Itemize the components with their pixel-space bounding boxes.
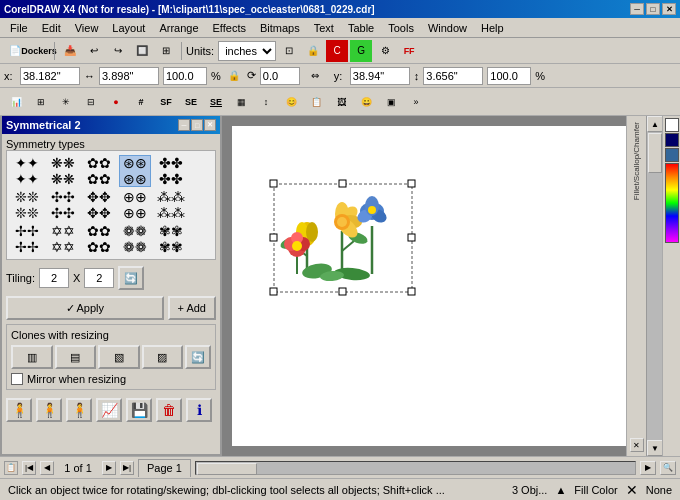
sym-type-15[interactable]: ✾✾✾✾ (155, 223, 187, 255)
vertical-scrollbar[interactable]: ▲ ▼ (646, 116, 662, 456)
mirror-checkbox[interactable] (11, 373, 23, 385)
star-btn[interactable]: ✳ (54, 90, 78, 114)
lock-aspect-button[interactable]: 🔒 (225, 67, 243, 85)
sym-type-7[interactable]: ✣✣✣✣ (47, 189, 79, 221)
scale-y-input[interactable] (487, 67, 531, 85)
sym-type-2[interactable]: ❋❋❋❋ (47, 155, 79, 187)
sym-type-1[interactable]: ✦✦✦✦ (11, 155, 43, 187)
se-btn[interactable]: SE (179, 90, 203, 114)
scroll-down-btn[interactable]: ▼ (647, 440, 662, 456)
page-1-tab[interactable]: Page 1 (138, 459, 191, 477)
ff-button[interactable]: FF (398, 40, 420, 62)
clone-btn-2[interactable]: ▤ (55, 345, 97, 369)
first-page-btn[interactable]: |◀ (22, 461, 36, 475)
grid2-btn[interactable]: ▣ (379, 90, 403, 114)
import-button[interactable]: 📥 (59, 40, 81, 62)
circle-btn[interactable]: ● (104, 90, 128, 114)
snap2-button[interactable]: ⊞ (155, 40, 177, 62)
sym-minimize-btn[interactable]: ─ (178, 119, 190, 131)
sym-type-5[interactable]: ✤✤✤✤ (155, 155, 187, 187)
menu-help[interactable]: Help (475, 20, 510, 36)
person-green2-btn[interactable]: 🧍 (36, 398, 62, 422)
sym-type-3[interactable]: ✿✿✿✿ (83, 155, 115, 187)
prev-page-btn[interactable]: ◀ (40, 461, 54, 475)
clone-btn-4[interactable]: ▨ (142, 345, 184, 369)
undo-button[interactable]: ↩ (83, 40, 105, 62)
sym-type-13[interactable]: ✿✿✿✿ (83, 223, 115, 255)
sym-type-8[interactable]: ✥✥✥✥ (83, 189, 115, 221)
nav-tab-btn[interactable]: 📋 (4, 461, 18, 475)
menu-layout[interactable]: Layout (106, 20, 151, 36)
y-input[interactable] (350, 67, 410, 85)
menu-view[interactable]: View (69, 20, 105, 36)
color-spectrum[interactable] (665, 163, 679, 243)
more-btn[interactable]: » (404, 90, 428, 114)
minimize-button[interactable]: ─ (630, 3, 644, 15)
happy-btn[interactable]: 😀 (354, 90, 378, 114)
zoom-fit-btn[interactable]: 🔍 (660, 461, 676, 475)
smiley-btn[interactable]: 😊 (279, 90, 303, 114)
sym-type-9[interactable]: ⊕⊕⊕⊕ (119, 189, 151, 221)
scroll-up-btn[interactable]: ▲ (647, 116, 662, 132)
next-page-btn[interactable]: ▶ (102, 461, 116, 475)
mid-blue-swatch[interactable] (665, 148, 679, 162)
tiling-x-input[interactable] (39, 268, 69, 288)
scroll-track-v[interactable] (647, 132, 662, 440)
scroll-thumb-v[interactable] (648, 133, 662, 173)
save-btn[interactable]: 💾 (126, 398, 152, 422)
menu-window[interactable]: Window (422, 20, 473, 36)
units-select[interactable]: inches mm cm (218, 41, 276, 61)
bar-btn[interactable]: ▦ (229, 90, 253, 114)
menu-effects[interactable]: Effects (207, 20, 252, 36)
apply-button[interactable]: ✓ Apply (6, 296, 164, 320)
sym-type-6[interactable]: ❊❊❊❊ (11, 189, 43, 221)
menu-arrange[interactable]: Arrange (153, 20, 204, 36)
sym-maximize-btn[interactable]: □ (191, 119, 203, 131)
add-button[interactable]: + Add (168, 296, 216, 320)
sym-type-11[interactable]: ✢✢✢✢ (11, 223, 43, 255)
clone-icon-btn[interactable]: 🔄 (185, 345, 211, 369)
close-button[interactable]: ✕ (662, 3, 676, 15)
clone-btn-3[interactable]: ▧ (98, 345, 140, 369)
settings-button[interactable]: ⚙ (374, 40, 396, 62)
h-scrollbar-thumb[interactable] (197, 463, 257, 475)
menu-table[interactable]: Table (342, 20, 380, 36)
snap3-button[interactable]: ⊡ (278, 40, 300, 62)
chart-btn[interactable]: 📊 (4, 90, 28, 114)
tiling-y-input[interactable] (84, 268, 114, 288)
mirror-h-button[interactable]: ⇔ (304, 65, 326, 87)
menu-tools[interactable]: Tools (382, 20, 420, 36)
sym-type-10[interactable]: ⁂⁂⁂⁂ (155, 189, 187, 221)
scale-x-input[interactable] (163, 67, 207, 85)
height-input[interactable] (423, 67, 483, 85)
pic-btn[interactable]: 🖼 (329, 90, 353, 114)
last-page-btn[interactable]: ▶| (120, 461, 134, 475)
grid-btn[interactable]: ⊞ (29, 90, 53, 114)
color1-button[interactable]: C (326, 40, 348, 62)
no-fill-swatch[interactable] (665, 118, 679, 132)
fillet-label[interactable]: Fillet/Scallop/Chamfer (632, 122, 641, 200)
x-icon[interactable]: ✕ (630, 438, 644, 452)
canvas-area[interactable]: ▲ ▼ Fillet/Scallop/Chamfer ✕ (222, 116, 662, 456)
table-btn[interactable]: ⊟ (79, 90, 103, 114)
doc-btn[interactable]: 📋 (304, 90, 328, 114)
refresh-btn[interactable]: 🔄 (118, 266, 144, 290)
snap-button[interactable]: 🔲 (131, 40, 153, 62)
scroll-right-btn[interactable]: ▶ (640, 461, 656, 475)
clone-btn-1[interactable]: ▥ (11, 345, 53, 369)
angle-input[interactable] (260, 67, 300, 85)
color2-button[interactable]: G (350, 40, 372, 62)
arr-btn[interactable]: ↕ (254, 90, 278, 114)
h-scrollbar-track[interactable] (195, 461, 636, 475)
info-btn[interactable]: ℹ (186, 398, 212, 422)
menu-text[interactable]: Text (308, 20, 340, 36)
lock-button[interactable]: 🔒 (302, 40, 324, 62)
menu-edit[interactable]: Edit (36, 20, 67, 36)
x-input[interactable] (20, 67, 80, 85)
sym-close-btn[interactable]: ✕ (204, 119, 216, 131)
menu-bitmaps[interactable]: Bitmaps (254, 20, 306, 36)
hash-btn[interactable]: # (129, 90, 153, 114)
dockers-button[interactable]: Dockers (28, 40, 50, 62)
sym-type-12[interactable]: ✡✡✡✡ (47, 223, 79, 255)
sym-type-14[interactable]: ❁❁❁❁ (119, 223, 151, 255)
